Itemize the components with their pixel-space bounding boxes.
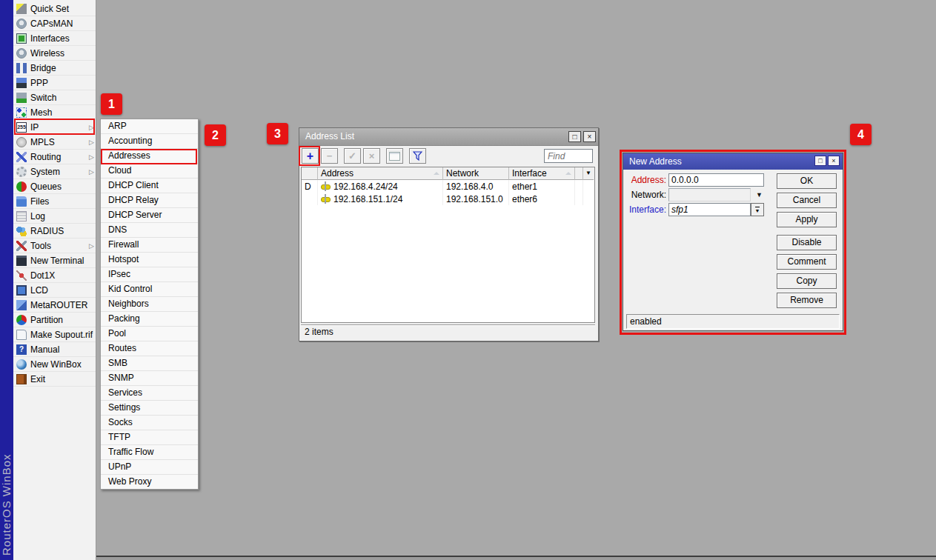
disable-button[interactable]: × bbox=[363, 148, 380, 164]
cancel-button[interactable]: Cancel bbox=[777, 193, 837, 208]
sidebar-item-bridge[interactable]: Bridge bbox=[13, 61, 96, 76]
submenu-item-kid-control[interactable]: Kid Control bbox=[101, 282, 198, 297]
queues-icon bbox=[16, 181, 27, 192]
sidebar-item-label: Log bbox=[30, 211, 96, 221]
apply-button[interactable]: Apply bbox=[777, 212, 837, 227]
submenu-item-smb[interactable]: SMB bbox=[101, 356, 198, 371]
network-field-label: Network: bbox=[625, 188, 666, 201]
find-input[interactable] bbox=[544, 149, 593, 163]
submenu-item-settings[interactable]: Settings bbox=[101, 401, 198, 416]
sidebar-item-label: Mesh bbox=[30, 107, 96, 118]
submenu-item-addresses[interactable]: Addresses bbox=[101, 149, 198, 164]
enable-button[interactable]: ✓ bbox=[344, 148, 361, 164]
comment-button[interactable] bbox=[386, 148, 403, 164]
close-icon[interactable]: × bbox=[583, 131, 596, 142]
submenu-item-neighbors[interactable]: Neighbors bbox=[101, 297, 198, 312]
disable-button[interactable]: Disable bbox=[777, 235, 837, 250]
submenu-arrow-icon: ▷ bbox=[89, 242, 96, 250]
submenu-item-tftp[interactable]: TFTP bbox=[101, 430, 198, 445]
interface-combo-button[interactable]: ▼ bbox=[751, 203, 764, 216]
submenu-item-dhcp-relay[interactable]: DHCP Relay bbox=[101, 193, 198, 208]
ok-button[interactable]: OK bbox=[777, 173, 837, 189]
log-icon bbox=[16, 211, 27, 221]
address-field[interactable] bbox=[668, 173, 764, 187]
sidebar-item-radius[interactable]: RADIUS bbox=[13, 224, 96, 239]
submenu-item-snmp[interactable]: SNMP bbox=[101, 371, 198, 386]
sidebar-item-log[interactable]: Log bbox=[13, 209, 96, 224]
submenu-item-firewall[interactable]: Firewall bbox=[101, 238, 198, 253]
remove-button[interactable]: Remove bbox=[777, 293, 837, 308]
sidebar-item-routing[interactable]: Routing▷ bbox=[13, 150, 96, 164]
column-header-network[interactable]: Network bbox=[443, 167, 509, 180]
interface-field[interactable] bbox=[668, 203, 751, 216]
table-row[interactable]: 192.168.151.1/24 192.168.151.0 ether6 bbox=[302, 193, 594, 205]
dropdown-icon[interactable]: ▼ bbox=[756, 188, 763, 201]
remove-button[interactable]: − bbox=[321, 148, 338, 164]
submenu-item-socks[interactable]: Socks bbox=[101, 416, 198, 430]
sidebar-item-interfaces[interactable]: Interfaces bbox=[13, 31, 96, 46]
submenu-item-dhcp-server[interactable]: DHCP Server bbox=[101, 208, 198, 223]
sidebar-item-mpls[interactable]: MPLS▷ bbox=[13, 135, 96, 150]
submenu-item-hotspot[interactable]: Hotspot bbox=[101, 253, 198, 267]
sidebar-item-label: Quick Set bbox=[30, 4, 96, 14]
comment-button[interactable]: Comment bbox=[777, 254, 837, 270]
maximize-icon[interactable]: □ bbox=[568, 131, 581, 142]
sidebar-item-lcd[interactable]: LCD bbox=[13, 283, 96, 298]
address-table: Address Network Interface ▼ D 192.168.4.… bbox=[301, 167, 595, 323]
sidebar-item-label: LCD bbox=[30, 285, 96, 296]
sidebar-item-files[interactable]: Files bbox=[13, 194, 96, 209]
copy-button[interactable]: Copy bbox=[777, 273, 837, 289]
network-field[interactable] bbox=[668, 188, 751, 201]
address-list-titlebar[interactable]: Address List □ × bbox=[299, 128, 598, 146]
column-header-flags[interactable] bbox=[302, 167, 318, 180]
column-header-interface[interactable]: Interface bbox=[509, 167, 575, 180]
sidebar-item-label: Manual bbox=[30, 344, 96, 355]
sidebar-item-system[interactable]: System▷ bbox=[13, 164, 96, 179]
sidebar-item-new-winbox[interactable]: New WinBox bbox=[13, 357, 96, 372]
submenu-item-web-proxy[interactable]: Web Proxy bbox=[101, 475, 198, 489]
sidebar-item-partition[interactable]: Partition bbox=[13, 313, 96, 327]
sidebar-item-manual[interactable]: ?Manual bbox=[13, 342, 96, 357]
new-address-titlebar[interactable]: New Address □ × bbox=[623, 153, 843, 170]
sidebar-item-exit[interactable]: Exit bbox=[13, 372, 96, 387]
submenu-item-traffic-flow[interactable]: Traffic Flow bbox=[101, 445, 198, 460]
sidebar-item-switch[interactable]: Switch bbox=[13, 90, 96, 105]
sidebar-item-make-supout[interactable]: Make Supout.rif bbox=[13, 327, 96, 342]
sidebar-item-tools[interactable]: Tools▷ bbox=[13, 239, 96, 253]
submenu-item-pool[interactable]: Pool bbox=[101, 327, 198, 341]
submenu-item-dns[interactable]: DNS bbox=[101, 223, 198, 238]
brand-vertical-text: RouterOS WinBox bbox=[0, 430, 13, 556]
sidebar-item-new-terminal[interactable]: New Terminal bbox=[13, 253, 96, 268]
brand-strip: RouterOS WinBox bbox=[0, 0, 13, 560]
system-icon bbox=[16, 167, 27, 177]
sidebar-item-queues[interactable]: Queues bbox=[13, 179, 96, 194]
interface-field-label: Interface: bbox=[625, 203, 666, 216]
sidebar-item-dot1x[interactable]: Dot1X bbox=[13, 268, 96, 283]
supout-file-icon bbox=[16, 330, 27, 340]
submenu-item-upnp[interactable]: UPnP bbox=[101, 460, 198, 475]
column-header-address[interactable]: Address bbox=[318, 167, 443, 180]
add-button[interactable]: + bbox=[302, 148, 319, 164]
table-row[interactable]: D 192.168.4.24/24 192.168.4.0 ether1 bbox=[302, 180, 594, 193]
close-icon[interactable]: × bbox=[828, 156, 840, 166]
filter-button[interactable] bbox=[409, 148, 426, 164]
submenu-item-routes[interactable]: Routes bbox=[101, 341, 198, 356]
submenu-item-cloud[interactable]: Cloud bbox=[101, 164, 198, 179]
sidebar-item-mesh[interactable]: Mesh bbox=[13, 105, 96, 120]
maximize-icon[interactable]: □ bbox=[814, 156, 826, 166]
column-select-button[interactable]: ▼ bbox=[583, 167, 594, 180]
sidebar-item-metarouter[interactable]: MetaROUTER bbox=[13, 298, 96, 313]
sidebar-item-quick-set[interactable]: Quick Set bbox=[13, 1, 96, 16]
sidebar-item-wireless[interactable]: Wireless bbox=[13, 46, 96, 61]
submenu-item-arp[interactable]: ARP bbox=[101, 119, 198, 134]
sidebar-item-capsman[interactable]: CAPsMAN bbox=[13, 16, 96, 31]
submenu-item-ipsec[interactable]: IPsec bbox=[101, 267, 198, 282]
sidebar-item-ip[interactable]: 255IP▷ bbox=[13, 120, 96, 135]
sidebar-item-ppp[interactable]: PPP bbox=[13, 76, 96, 90]
submenu-item-packing[interactable]: Packing bbox=[101, 312, 198, 327]
row-flag: D bbox=[302, 180, 318, 193]
submenu-item-services[interactable]: Services bbox=[101, 386, 198, 401]
submenu-item-dhcp-client[interactable]: DHCP Client bbox=[101, 179, 198, 193]
submenu-item-accounting[interactable]: Accounting bbox=[101, 134, 198, 149]
sidebar-item-label: Files bbox=[30, 196, 96, 207]
